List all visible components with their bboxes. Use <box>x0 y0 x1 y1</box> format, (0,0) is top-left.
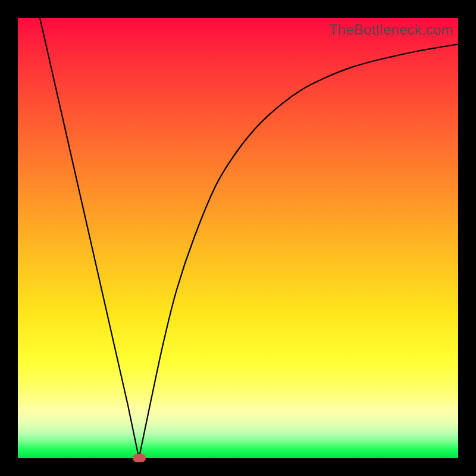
minimum-marker <box>133 454 146 462</box>
chart-frame: TheBottleneck.com <box>0 0 476 476</box>
watermark-text: TheBottleneck.com <box>329 21 453 38</box>
curve-path <box>40 18 458 458</box>
plot-area: TheBottleneck.com <box>18 18 458 458</box>
curve-svg <box>18 18 458 458</box>
